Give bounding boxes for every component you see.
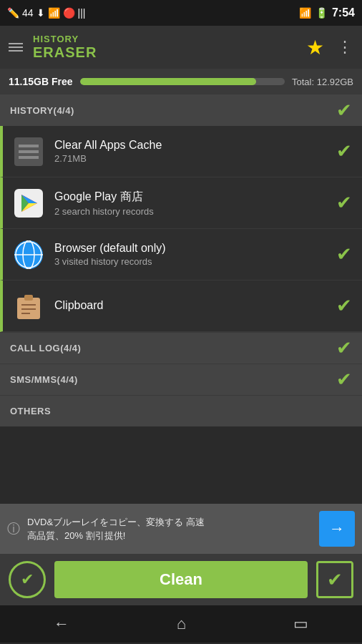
history-section-header[interactable]: HISTORY(4/4) ✔ [0,94,362,126]
ad-text-content: DVD&ブルーレイをコピー、変換する 高速高品質、20% 割引提供! [27,517,205,542]
status-right: 📶 🔋 7:54 [299,6,355,19]
smsmms-section-header[interactable]: SMS/MMS(4/4) ✔ [0,364,362,395]
empty-space [0,426,362,504]
cache-icon [13,136,44,167]
smsmms-label: SMS/MMS(4/4) [10,374,78,385]
others-section-header: OTHERS [0,395,362,426]
list-item-cache[interactable]: Clear All Apps Cache 2.71MB ✔ [0,126,362,177]
status-left: ✏️ 44 ⬇ 📶 🔴 ||| [7,7,86,19]
svg-rect-3 [19,156,39,159]
list-item-clipboard[interactable]: Clipboard ✔ [0,280,362,332]
wifi-icon: 📶 [299,7,311,19]
clipboard-title: Clipboard [54,299,326,312]
nav-bar: ← ⌂ ▭ [0,605,362,643]
edit-icon: ✏️ [7,7,19,19]
home-nav-icon[interactable]: ⌂ [177,615,186,633]
clean-button-label: Clean [160,570,202,589]
browser-text: Browser (default only) 3 visited history… [54,242,326,267]
status-bar: ✏️ 44 ⬇ 📶 🔴 ||| 📶 🔋 7:54 [0,0,362,26]
app-title: HISTORY ERASER [33,34,97,60]
ad-info-icon: ⓘ [7,520,20,537]
ad-arrow-button[interactable]: → [319,511,355,547]
smsmms-check-icon[interactable]: ✔ [336,369,352,391]
browser-subtitle: 3 visited history records [54,256,326,267]
cache-text: Clear All Apps Cache 2.71MB [54,139,326,164]
calllog-section-header[interactable]: CALL LOG(4/4) ✔ [0,332,362,364]
circle-check-button[interactable]: ✔ [9,561,46,598]
svg-rect-1 [19,145,39,147]
browser-title: Browser (default only) [54,242,326,255]
ad-arrow-icon: → [329,519,345,538]
clipboard-icon [13,291,44,322]
cache-check-icon[interactable]: ✔ [336,140,352,162]
signal-icon: 📶 [48,7,60,19]
browser-check-icon[interactable]: ✔ [336,243,352,265]
clean-button[interactable]: Clean [54,561,308,598]
calllog-check-icon[interactable]: ✔ [336,337,352,359]
browser-icon [13,239,44,270]
ad-banner: ⓘ DVD&ブルーレイをコピー、変換する 高速高品質、20% 割引提供! → [0,504,362,554]
back-nav-icon[interactable]: ← [54,615,69,633]
circle-check-icon: ✔ [21,570,34,589]
svg-rect-2 [19,150,39,153]
battery-icon: 🔋 [315,7,328,19]
app-icon1: 🔴 [63,7,75,19]
bottom-action-bar: ✔ Clean ✔ [0,554,362,605]
svg-rect-14 [24,295,33,301]
storage-progress-fill [80,78,256,85]
play-text: Google Play 商店 2 search history records [54,190,326,217]
ad-text: DVD&ブルーレイをコピー、変換する 高速高品質、20% 割引提供! [27,515,312,543]
play-subtitle: 2 search history records [54,206,326,217]
storage-total: Total: 12.92GB [292,77,353,87]
play-title: Google Play 商店 [54,190,326,205]
history-section-label: HISTORY(4/4) [10,105,74,116]
menu-dots-icon[interactable]: ⋮ [337,38,353,57]
top-bar-right: ★ ⋮ [306,36,353,59]
storage-free: 11.15GB Free [9,76,73,87]
battery-level: 44 [22,7,34,19]
star-icon[interactable]: ★ [306,36,324,59]
list-item-play[interactable]: Google Play 商店 2 search history records … [0,177,362,229]
download-icon: ⬇ [36,7,45,19]
app-title-eraser: ERASER [33,44,97,60]
cache-title: Clear All Apps Cache [54,139,326,152]
top-bar: HISTORY ERASER ★ ⋮ [0,26,362,69]
play-icon [13,187,44,219]
square-check-button[interactable]: ✔ [316,561,353,598]
clock: 7:54 [332,6,355,19]
cache-subtitle: 2.71MB [54,153,326,164]
history-check-icon[interactable]: ✔ [336,99,352,122]
others-label: OTHERS [10,406,51,416]
app-title-history: HISTORY [33,34,97,44]
list-item-browser[interactable]: Browser (default only) 3 visited history… [0,229,362,280]
storage-bar: 11.15GB Free Total: 12.92GB [0,69,362,94]
play-check-icon[interactable]: ✔ [336,192,352,214]
clipboard-text: Clipboard [54,299,326,313]
storage-progress [80,78,285,85]
signal-bars: ||| [78,7,86,19]
square-check-icon: ✔ [327,569,343,591]
clipboard-check-icon[interactable]: ✔ [336,295,352,317]
calllog-label: CALL LOG(4/4) [10,343,81,353]
recent-nav-icon[interactable]: ▭ [293,615,308,633]
